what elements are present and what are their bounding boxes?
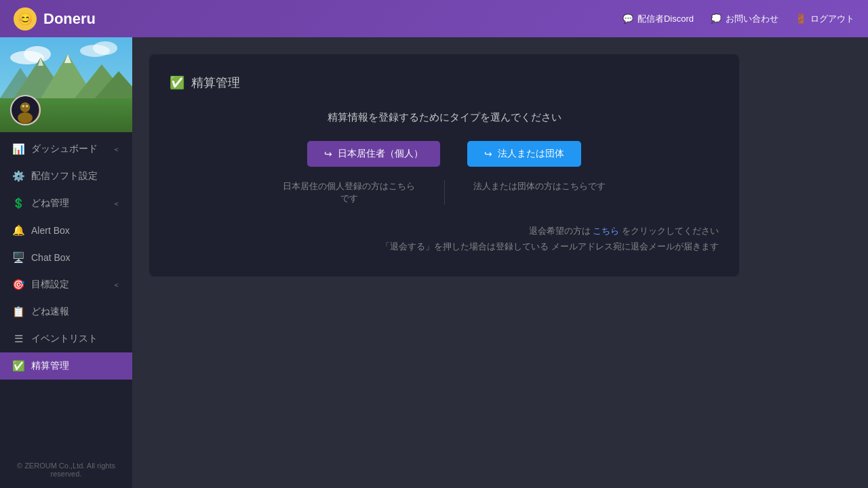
dashboard-label: ダッシュボード [31,143,106,155]
discord-nav-item[interactable]: 💬 配信者Discord [623,13,694,25]
alert-box-label: Alert Box [31,225,120,236]
card-divider [444,180,445,205]
accounting-label: 精算管理 [31,360,120,372]
header: 😊 Doneru 💬 配信者Discord 💭 お問い合わせ 🚪 ログアウト [0,0,868,37]
sidebar-item-streaming[interactable]: ⚙️ 配信ソフト設定 [0,163,132,190]
streaming-icon: ⚙️ [12,170,24,182]
sidebar-item-done-news[interactable]: 📋 どね速報 [0,298,132,325]
desc-individual: 日本居住の個人登録の方はこちらです [281,180,417,205]
card-footer-line1: 退会希望の方は こちら をクリックしてください [170,225,719,237]
footer-link[interactable]: こちら [593,226,619,236]
footer-pre-text: 退会希望の方は [529,226,591,236]
main-content: ✅ 精算管理 精算情報を登録するためにタイプを選んでください ↪ 日本居住者（個… [132,37,868,488]
sidebar-nav: 📊 ダッシュボード ＜ ⚙️ 配信ソフト設定 💲 どね管理 ＜ 🔔 Alert … [0,132,132,451]
goal-settings-icon: 🎯 [12,279,24,291]
card-footer: 退会希望の方は こちら をクリックしてください 「退会する」を押した場合は登録し… [170,225,719,253]
discord-icon: 💬 [623,14,633,24]
btn-corporate[interactable]: ↪ 法人または団体 [467,141,581,167]
btn-corporate-label: 法人または団体 [498,148,564,160]
btn-corporate-icon: ↪ [484,148,492,159]
header-nav: 💬 配信者Discord 💭 お問い合わせ 🚪 ログアウト [623,13,854,25]
sidebar-item-alert-box[interactable]: 🔔 Alert Box [0,217,132,244]
svg-point-2 [24,46,51,62]
goal-settings-arrow: ＜ [113,280,120,290]
sidebar-item-chat-box[interactable]: 🖥️ Chat Box [0,244,132,271]
event-list-label: イベントリスト [31,333,120,345]
done-news-label: どね速報 [31,306,120,318]
sidebar-footer: © ZEROUM Co.,Ltd. All rights reserved. [0,451,132,488]
done-management-icon: 💲 [12,197,24,209]
sidebar-item-event-list[interactable]: ☰ イベントリスト [0,325,132,352]
card-title-icon: ✅ [170,75,184,90]
done-news-icon: 📋 [12,306,24,318]
content-card: ✅ 精算管理 精算情報を登録するためにタイプを選んでください ↪ 日本居住者（個… [149,54,739,277]
avatar-image [12,95,39,125]
sidebar-item-dashboard[interactable]: 📊 ダッシュボード ＜ [0,136,132,163]
alert-box-icon: 🔔 [12,224,24,237]
svg-point-16 [22,105,24,108]
contact-nav-item[interactable]: 💭 お問い合わせ [711,13,778,25]
sidebar: 📊 ダッシュボード ＜ ⚙️ 配信ソフト設定 💲 どね管理 ＜ 🔔 Alert … [0,37,132,488]
sidebar-item-done-management[interactable]: 💲 どね管理 ＜ [0,190,132,217]
card-footer-line2: 「退会する」を押した場合は登録している メールアドレス宛に退会メールが届きます [170,241,719,253]
logo-icon: 😊 [14,7,37,30]
svg-point-15 [18,113,33,123]
sidebar-banner [0,37,132,132]
btn-individual[interactable]: ↪ 日本居住者（個人） [307,141,440,167]
contact-icon: 💭 [711,14,722,24]
sidebar-avatar [10,95,41,125]
svg-point-17 [26,105,28,108]
done-management-label: どね管理 [31,197,106,209]
goal-settings-label: 目標設定 [31,279,106,291]
logout-icon: 🚪 [795,14,806,24]
dashboard-icon: 📊 [12,143,24,155]
card-title-text: 精算管理 [191,75,240,91]
done-management-arrow: ＜ [113,199,120,209]
desc-corporate: 法人または団体の方はこちらです [472,180,608,205]
svg-point-14 [20,102,31,113]
sidebar-item-accounting[interactable]: ✅ 精算管理 [0,352,132,380]
logo-text: Doneru [43,10,96,28]
event-list-icon: ☰ [12,333,24,345]
logout-nav-item[interactable]: 🚪 ログアウト [795,13,854,25]
card-title: ✅ 精算管理 [170,75,719,91]
chat-box-label: Chat Box [31,252,120,263]
dashboard-arrow: ＜ [113,144,120,155]
header-logo: 😊 Doneru [14,7,623,30]
footer-post-text: をクリックしてください [622,226,719,236]
contact-label: お問い合わせ [726,13,778,25]
btn-individual-icon: ↪ [324,148,332,159]
chat-box-icon: 🖥️ [12,251,24,264]
logout-label: ログアウト [810,13,854,25]
card-subtitle: 精算情報を登録するためにタイプを選んでください [170,111,719,124]
svg-point-4 [93,41,117,55]
sidebar-item-goal-settings[interactable]: 🎯 目標設定 ＜ [0,271,132,298]
accounting-icon: ✅ [12,360,24,372]
body: 📊 ダッシュボード ＜ ⚙️ 配信ソフト設定 💲 どね管理 ＜ 🔔 Alert … [0,37,868,488]
card-buttons: ↪ 日本居住者（個人） ↪ 法人または団体 [170,141,719,167]
btn-individual-label: 日本居住者（個人） [338,148,423,160]
streaming-label: 配信ソフト設定 [31,170,120,182]
discord-label: 配信者Discord [637,13,694,25]
card-descriptions: 日本居住の個人登録の方はこちらです 法人または団体の方はこちらです [170,180,719,205]
